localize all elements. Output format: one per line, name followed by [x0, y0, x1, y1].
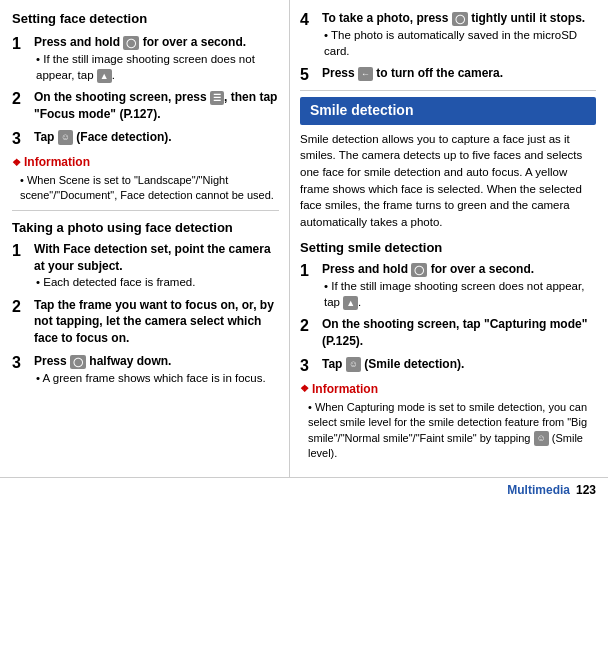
step-1-sub: If the still image shooting screen does … [34, 51, 279, 83]
smile-step-1-content: Press and hold ◯ for over a second. If t… [322, 261, 596, 310]
face-detect-icon: ☺ [58, 130, 73, 145]
section-title-taking-photo: Taking a photo using face detection [12, 219, 279, 237]
step-3-taking: 3 Press ◯ halfway down. A green frame sh… [12, 353, 279, 386]
step-t1-content: With Face detection set, point the camer… [34, 241, 279, 291]
footer-label: Multimedia [507, 482, 570, 499]
step-5-content: Press ← to turn off the camera. [322, 65, 596, 82]
step-t3-sub: A green frame shows which face is in foc… [34, 370, 279, 386]
page-footer: Multimedia 123 [0, 477, 608, 503]
section-title-smile-detection: Setting smile detection [300, 239, 596, 257]
step-t2-content: Tap the frame you want to focus on, or, … [34, 297, 279, 347]
step-4-sub: The photo is automatically saved in the … [322, 27, 596, 59]
camera-btn-smile-icon: ◯ [411, 263, 427, 278]
step-5-main: Press ← to turn off the camera. [322, 65, 596, 82]
smile-level-icon: ☺ [534, 431, 549, 446]
smile-step-1: 1 Press and hold ◯ for over a second. If… [300, 261, 596, 310]
step-number-3: 3 [12, 129, 30, 148]
smile-step-2: 2 On the shooting screen, tap "Capturing… [300, 316, 596, 350]
smile-step-1-sub: If the still image shooting screen does … [322, 278, 596, 310]
smile-step-2-main: On the shooting screen, tap "Capturing m… [322, 316, 596, 350]
shutter-icon: ◯ [70, 355, 86, 370]
information-box-1: Information When Scene is set to "Landsc… [12, 154, 279, 204]
back-icon: ← [358, 67, 373, 82]
smile-step-2-content: On the shooting screen, tap "Capturing m… [322, 316, 596, 350]
tap-icon-1: ▲ [97, 69, 112, 84]
info-title-2: Information [300, 381, 596, 398]
footer-page-number: 123 [576, 482, 596, 499]
step-t3-main: Press ◯ halfway down. [34, 353, 279, 370]
camera-button-icon: ◯ [123, 36, 139, 51]
smile-intro-text: Smile detection allows you to capture a … [300, 131, 596, 231]
step-number-t3: 3 [12, 353, 30, 372]
step-1-face: 1 Press and hold ◯ for over a second. If… [12, 34, 279, 83]
menu-icon: ☰ [210, 91, 224, 106]
smile-step-3-main: Tap ☺ (Smile detection). [322, 356, 596, 373]
step-t3-content: Press ◯ halfway down. A green frame show… [34, 353, 279, 386]
step-2-content: On the shooting screen, press ☰, then ta… [34, 89, 279, 123]
step-3-face: 3 Tap ☺ (Face detection). [12, 129, 279, 148]
smile-step-number-2: 2 [300, 316, 318, 335]
step-number-2: 2 [12, 89, 30, 108]
step-t1-main: With Face detection set, point the camer… [34, 241, 279, 275]
left-column: Setting face detection 1 Press and hold … [0, 0, 290, 477]
shutter-btn-icon: ◯ [452, 12, 468, 27]
smile-detection-banner: Smile detection [300, 97, 596, 125]
step-1-main: Press and hold ◯ for over a second. [34, 34, 279, 51]
step-2-face: 2 On the shooting screen, press ☰, then … [12, 89, 279, 123]
step-2-main: On the shooting screen, press ☰, then ta… [34, 89, 279, 123]
step-3-main: Tap ☺ (Face detection). [34, 129, 279, 146]
step-t2-main: Tap the frame you want to focus on, or, … [34, 297, 279, 347]
step-number-1: 1 [12, 34, 30, 53]
step-4-main: To take a photo, press ◯ tightly until i… [322, 10, 596, 27]
step-number-4: 4 [300, 10, 318, 29]
smile-step-1-main: Press and hold ◯ for over a second. [322, 261, 596, 278]
section-title-face-detection: Setting face detection [12, 10, 279, 28]
step-t1-sub: Each detected face is framed. [34, 274, 279, 290]
step-number-t1: 1 [12, 241, 30, 260]
info-title-1: Information [12, 154, 279, 171]
info-content-1: When Scene is set to "Landscape"/"Night … [12, 173, 279, 204]
smile-step-number-1: 1 [300, 261, 318, 280]
smile-step-3-content: Tap ☺ (Smile detection). [322, 356, 596, 373]
info-content-2: When Capturing mode is set to smile dete… [300, 400, 596, 462]
step-2-taking: 2 Tap the frame you want to focus on, or… [12, 297, 279, 347]
divider-1 [12, 210, 279, 211]
smile-step-3: 3 Tap ☺ (Smile detection). [300, 356, 596, 375]
info-text-2: When Capturing mode is set to smile dete… [308, 400, 596, 462]
page-container: Setting face detection 1 Press and hold … [0, 0, 608, 477]
step-number-t2: 2 [12, 297, 30, 316]
step-1-content: Press and hold ◯ for over a second. If t… [34, 34, 279, 83]
smile-step-number-3: 3 [300, 356, 318, 375]
step-number-5: 5 [300, 65, 318, 84]
information-box-2: Information When Capturing mode is set t… [300, 381, 596, 461]
tap-icon-smile: ▲ [343, 296, 358, 311]
step-4: 4 To take a photo, press ◯ tightly until… [300, 10, 596, 59]
divider-2 [300, 90, 596, 91]
step-3-content: Tap ☺ (Face detection). [34, 129, 279, 146]
right-column: 4 To take a photo, press ◯ tightly until… [290, 0, 608, 477]
smile-icon: ☺ [346, 357, 361, 372]
info-text-1: When Scene is set to "Landscape"/"Night … [20, 173, 279, 204]
step-4-content: To take a photo, press ◯ tightly until i… [322, 10, 596, 59]
step-5: 5 Press ← to turn off the camera. [300, 65, 596, 84]
step-1-taking: 1 With Face detection set, point the cam… [12, 241, 279, 291]
